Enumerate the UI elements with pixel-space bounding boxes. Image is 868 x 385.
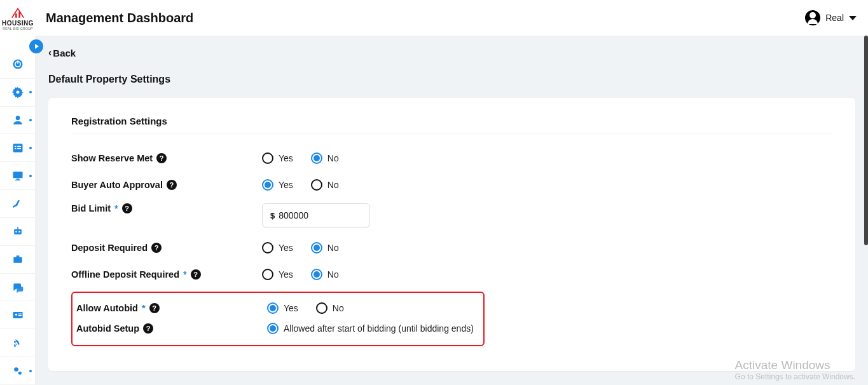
sidebar-item-blog[interactable] xyxy=(0,329,36,357)
sidebar xyxy=(0,36,36,385)
submenu-indicator-icon xyxy=(29,91,32,93)
help-icon[interactable]: ? xyxy=(122,203,132,213)
svg-point-7 xyxy=(16,91,19,94)
sidebar-item-users[interactable] xyxy=(0,107,36,135)
help-icon[interactable]: ? xyxy=(191,269,201,280)
sidebar-item-system[interactable] xyxy=(0,357,36,385)
radio-show-reserve-no[interactable]: No xyxy=(311,152,339,164)
help-icon[interactable]: ? xyxy=(151,243,162,253)
svg-point-29 xyxy=(14,367,18,372)
main-content: ‹ Back Default Property Settings Registr… xyxy=(36,36,868,385)
sidebar-item-chat[interactable] xyxy=(0,274,36,302)
radio-offline-deposit-no[interactable]: No xyxy=(311,269,339,280)
radio-autobid-setup-option[interactable]: Allowed after start of bidding (until bi… xyxy=(267,323,474,334)
submenu-indicator-icon xyxy=(29,370,32,372)
sidebar-item-dashboard[interactable] xyxy=(0,51,36,79)
row-buyer-auto-approval: Buyer Auto Approval ? Yes No xyxy=(71,172,832,198)
section-title: Registration Settings xyxy=(71,116,832,133)
sidebar-item-settings[interactable] xyxy=(0,79,36,107)
svg-point-21 xyxy=(18,231,20,233)
label-bid-limit: Bid Limit xyxy=(71,203,111,213)
row-allow-autobid: Allow Autobid * ? Yes No xyxy=(76,298,479,318)
currency-symbol: $ xyxy=(270,211,275,220)
radio-offline-deposit-yes[interactable]: Yes xyxy=(262,269,293,280)
sidebar-item-business[interactable] xyxy=(0,246,36,274)
blog-icon xyxy=(11,337,24,349)
settings-card: Registration Settings Show Reserve Met ?… xyxy=(48,98,855,371)
radio-show-reserve-yes[interactable]: Yes xyxy=(262,152,293,164)
radio-allow-autobid-no[interactable]: No xyxy=(316,302,344,314)
chevron-left-icon: ‹ xyxy=(48,47,52,58)
svg-rect-14 xyxy=(13,172,22,178)
bid-limit-input[interactable] xyxy=(279,210,362,220)
svg-point-26 xyxy=(15,313,17,315)
svg-rect-10 xyxy=(15,146,17,147)
row-bid-limit: Bid Limit* ? $ xyxy=(71,198,832,229)
radio-buyer-auto-yes[interactable]: Yes xyxy=(262,179,293,191)
id-card-icon xyxy=(11,309,24,321)
gauge-icon xyxy=(11,58,24,71)
help-icon[interactable]: ? xyxy=(149,303,160,313)
briefcase-icon xyxy=(11,253,24,266)
svg-rect-28 xyxy=(18,315,21,316)
svg-rect-23 xyxy=(13,257,22,263)
gears-icon xyxy=(11,365,24,377)
submenu-indicator-icon xyxy=(29,175,32,177)
row-deposit-required: Deposit Required ? Yes No xyxy=(71,234,832,261)
svg-point-30 xyxy=(18,371,21,374)
autobid-highlight: Allow Autobid * ? Yes No Autobid Setup ? xyxy=(71,292,485,346)
submenu-indicator-icon xyxy=(29,119,32,121)
sidebar-item-auctions[interactable] xyxy=(0,190,36,218)
svg-rect-1 xyxy=(18,11,20,17)
back-label: Back xyxy=(53,48,76,58)
sidebar-item-contacts[interactable] xyxy=(0,301,36,329)
breadcrumb-area: ‹ Back Default Property Settings xyxy=(36,36,868,93)
robot-icon xyxy=(11,225,24,238)
help-icon[interactable]: ? xyxy=(156,153,167,163)
submenu-indicator-icon xyxy=(29,147,32,149)
svg-rect-12 xyxy=(15,148,17,149)
row-offline-deposit-required: Offline Deposit Required * ? Yes No xyxy=(71,261,832,288)
help-icon[interactable]: ? xyxy=(167,180,177,190)
svg-rect-0 xyxy=(15,13,17,18)
label-deposit-required: Deposit Required xyxy=(71,243,148,253)
sidebar-item-bot[interactable] xyxy=(0,218,36,246)
svg-point-8 xyxy=(15,116,20,120)
svg-point-20 xyxy=(15,231,17,233)
radio-deposit-no[interactable]: No xyxy=(311,242,339,253)
user-menu[interactable]: Real xyxy=(805,10,857,25)
radio-buyer-auto-no[interactable]: No xyxy=(311,179,339,191)
topbar: HOUSING REAL BID GROUP Management Dashbo… xyxy=(0,0,868,36)
sidebar-expand-button[interactable] xyxy=(29,39,43,53)
list-icon xyxy=(11,142,24,154)
back-button[interactable]: ‹ Back xyxy=(48,47,76,58)
gavel-icon xyxy=(11,198,24,210)
svg-rect-15 xyxy=(16,179,19,180)
radio-deposit-yes[interactable]: Yes xyxy=(262,242,293,253)
page-subtitle: Default Property Settings xyxy=(48,74,855,85)
label-show-reserve-met: Show Reserve Met xyxy=(71,153,153,163)
label-buyer-auto-approval: Buyer Auto Approval xyxy=(71,180,163,190)
bid-limit-input-wrapper[interactable]: $ xyxy=(262,203,370,227)
user-avatar-icon xyxy=(805,10,820,25)
svg-rect-24 xyxy=(16,255,19,257)
brand-logo: HOUSING REAL BID GROUP xyxy=(0,0,36,36)
brand-tagline: REAL BID GROUP xyxy=(3,27,32,30)
chat-icon xyxy=(11,281,24,294)
brand-name: HOUSING xyxy=(2,20,34,27)
label-offline-deposit-required: Offline Deposit Required xyxy=(71,269,179,280)
radio-allow-autobid-yes[interactable]: Yes xyxy=(267,302,298,314)
page-title: Management Dashboard xyxy=(46,11,193,25)
label-allow-autobid: Allow Autobid xyxy=(76,303,138,313)
help-icon[interactable]: ? xyxy=(143,323,153,334)
house-icon xyxy=(10,6,26,20)
settings-form: Show Reserve Met ? Yes No Buyer Auto App… xyxy=(71,145,832,346)
sidebar-item-listings[interactable] xyxy=(0,134,36,162)
monitor-icon xyxy=(11,170,24,182)
svg-rect-5 xyxy=(17,61,18,64)
row-autobid-setup: Autobid Setup ? Allowed after start of b… xyxy=(76,318,479,339)
label-autobid-setup: Autobid Setup xyxy=(76,323,139,334)
gear-icon xyxy=(11,86,24,98)
scrollbar[interactable] xyxy=(864,36,868,245)
sidebar-item-monitor[interactable] xyxy=(0,162,36,190)
